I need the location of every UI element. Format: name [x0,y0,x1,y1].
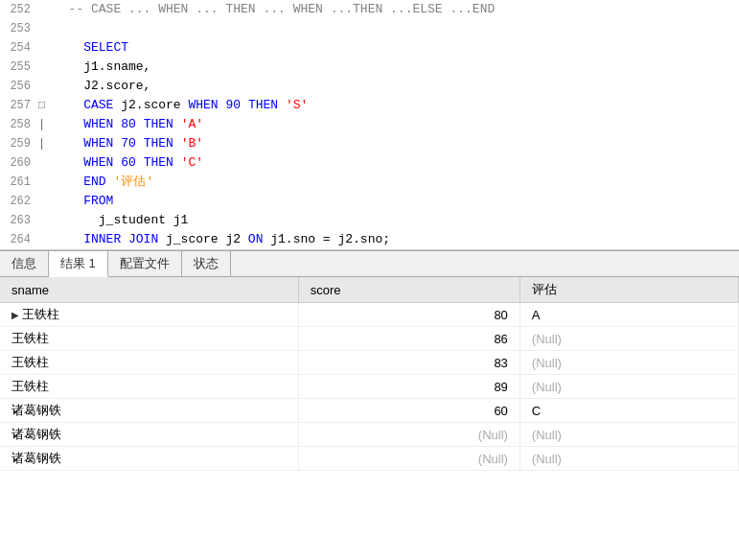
code-token: j2.score [113,98,188,112]
code-token: FROM [83,194,113,208]
null-value: (Null) [478,428,508,442]
tab-配置文件[interactable]: 配置文件 [108,251,182,276]
code-token: 70 [121,136,136,151]
line-content: j_student j1 [54,211,739,230]
cell-sname: 诸葛钢铁 [0,423,298,447]
table-row: 王铁柱83(Null) [0,351,739,375]
code-token: CASE [54,98,113,112]
cell-sname: 王铁柱 [0,327,298,351]
code-token: j1.sname, [54,59,150,74]
code-line: 262 FROM [0,192,739,211]
line-content: INNER JOIN j_score j2 ON j1.sno = j2.sno… [54,230,739,249]
code-token: THEN [248,98,278,112]
line-number: 263 [0,211,38,230]
line-number: 254 [0,38,38,58]
line-content: CASE j2.score WHEN 90 THEN 'S' [54,96,739,115]
code-token: WHEN [83,136,113,151]
code-token: THEN [144,136,173,151]
code-token [136,155,144,170]
null-value: (Null) [532,428,562,442]
table-header-row: snamescore评估 [0,277,739,303]
results-area: snamescore评估王铁柱80A王铁柱86(Null)王铁柱83(Null)… [0,277,739,471]
column-header: score [298,277,520,303]
column-header: sname [0,277,298,303]
line-number: 264 [0,230,38,249]
code-token: 'S' [286,98,308,112]
code-token [241,98,248,112]
tab-结果1[interactable]: 结果 1 [49,251,108,277]
cell-sname: 王铁柱 [0,351,298,375]
code-token: -- CASE ... WHEN ... THEN ... WHEN ...TH… [54,2,495,16]
cell-sname: 诸葛钢铁 [0,447,298,471]
code-token: THEN [144,117,173,131]
tab-状态[interactable]: 状态 [182,251,231,276]
code-token: 'A' [181,117,203,131]
line-number: 260 [0,153,38,173]
code-token [54,175,83,189]
code-line: 260 WHEN 60 THEN 'C' [0,153,739,173]
tab-信息[interactable]: 信息 [0,251,49,276]
line-content: FROM [54,192,739,211]
code-line: 256 J2.score, [0,77,739,96]
code-token [173,136,181,151]
line-number: 256 [0,77,38,96]
code-token: J2.score, [54,79,150,93]
null-value: (Null) [532,380,562,394]
cell-score: 83 [298,351,520,375]
code-token [136,117,144,131]
cell-score: 60 [298,399,520,423]
code-line: 261 END '评估' [0,173,739,192]
cell-sname: 王铁柱 [0,303,298,327]
code-line: 258| WHEN 80 THEN 'A' [0,115,739,134]
code-token: 80 [121,117,136,131]
table-row: 诸葛钢铁(Null)(Null) [0,447,739,471]
line-number: 252 [0,0,38,19]
table-row: 王铁柱86(Null) [0,327,739,351]
table-row: 诸葛钢铁60C [0,399,739,423]
code-token: WHEN [83,117,113,131]
code-token [173,155,181,170]
line-number: 253 [0,19,38,38]
cell-eval: (Null) [520,423,738,447]
line-content: WHEN 60 THEN 'C' [54,153,739,173]
code-token [278,98,286,112]
code-token: 'C' [181,155,203,170]
line-content: -- CASE ... WHEN ... THEN ... WHEN ...TH… [54,0,739,19]
results-table: snamescore评估王铁柱80A王铁柱86(Null)王铁柱83(Null)… [0,277,739,471]
cell-eval: (Null) [520,375,738,399]
code-line: 263 j_student j1 [0,211,739,230]
code-token: '评估' [113,175,153,189]
line-content: END '评估' [54,173,739,192]
line-marker: | [38,115,54,134]
line-number: 262 [0,192,38,211]
code-token [54,117,83,131]
code-token [173,117,181,131]
line-number: 255 [0,58,38,77]
code-line: 254 SELECT [0,38,739,58]
line-content: J2.score, [54,77,739,96]
code-token: 60 [121,155,136,170]
code-token: 'B' [181,136,203,151]
code-token [54,194,83,208]
column-header: 评估 [520,277,738,303]
code-token: WHEN [83,155,113,170]
line-number: 258 [0,115,38,134]
cell-eval: (Null) [520,351,738,375]
code-token: THEN [144,155,173,170]
table-row: 王铁柱89(Null) [0,375,739,399]
code-line: 255 j1.sname, [0,58,739,77]
line-marker: | [38,134,54,153]
line-content: SELECT [54,38,739,58]
cell-score: 86 [298,327,520,351]
code-token [54,155,83,170]
code-token [54,40,83,55]
null-value: (Null) [532,452,562,466]
cell-eval: C [520,399,738,423]
line-content: WHEN 80 THEN 'A' [54,115,739,134]
code-editor: 252 -- CASE ... WHEN ... THEN ... WHEN .… [0,0,739,250]
null-value: (Null) [478,452,508,466]
null-value: (Null) [532,356,562,370]
code-token: INNER JOIN [54,232,158,246]
code-token: j_score j2 [158,232,248,246]
line-number: 257 [0,96,38,115]
